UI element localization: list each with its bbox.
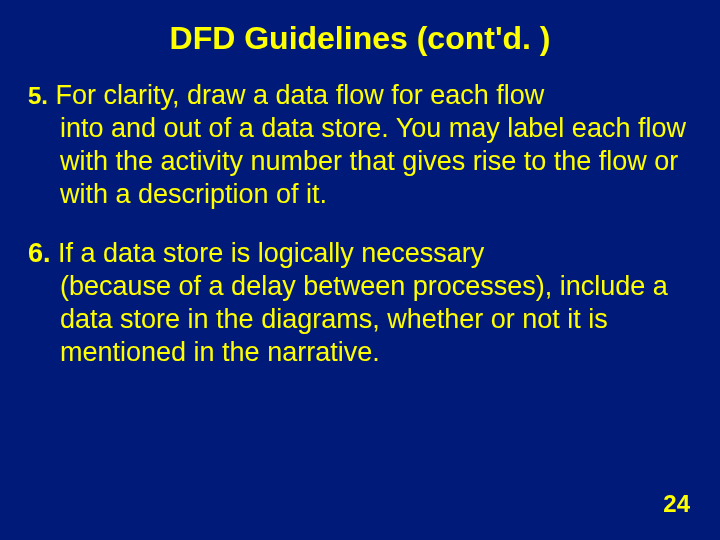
item-text-rest: into and out of a data store. You may la…: [28, 112, 692, 211]
page-number: 24: [663, 490, 690, 518]
item-text-rest: (because of a delay between processes), …: [28, 270, 692, 369]
item-marker: 5.: [28, 82, 48, 109]
list-item: 5. For clarity, draw a data flow for eac…: [28, 79, 692, 211]
item-text-first: If a data store is logically necessary: [58, 238, 484, 268]
slide-title: DFD Guidelines (cont'd. ): [28, 20, 692, 57]
list-item: 6. If a data store is logically necessar…: [28, 237, 692, 369]
item-text-first: For clarity, draw a data flow for each f…: [56, 80, 545, 110]
item-marker: 6.: [28, 238, 51, 268]
